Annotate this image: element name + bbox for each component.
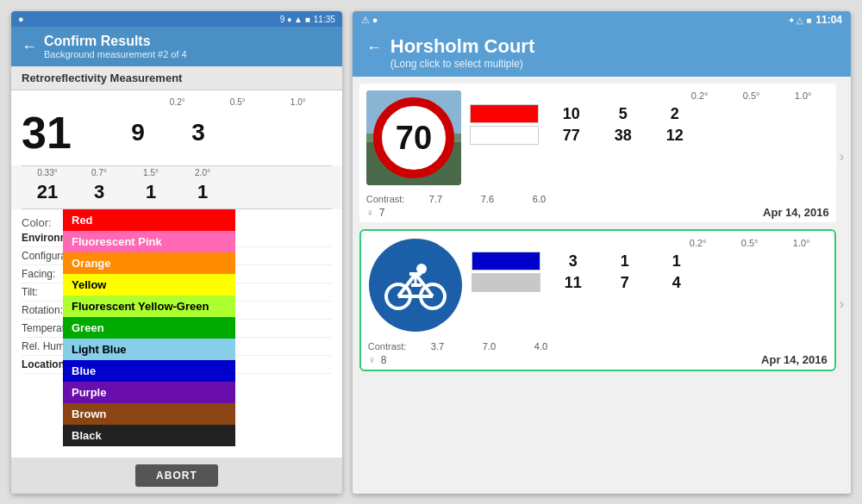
sign2-contrast-02: 3.7 [411,341,463,352]
right-panel: ⚠ ● ✦ △ ■ 11:04 ← Horsholm Court (Long c… [353,11,851,494]
page-title-right: Horsholm Court [390,35,534,58]
bike-sign-svg [368,238,463,333]
app-header-left: ← Confirm Results Background measurement… [11,27,342,66]
svg-text:70: 70 [396,120,432,156]
color-fluorescent-pink[interactable]: Fluorescent Pink [63,231,235,252]
color-purple[interactable]: Purple [63,382,235,403]
header-text-left: Confirm Results Background measurement #… [44,34,187,59]
page-title-left: Confirm Results [44,34,187,49]
back-button-right[interactable]: ← [366,39,382,57]
sign2-date: Apr 14, 2016 [761,353,828,366]
small-val-0: 21 [22,181,73,203]
chevron-right-1: › [836,84,844,229]
sign1-contrast-row: Contrast: 7.7 7.6 6.0 [366,194,829,204]
sign-data-2: 0.2° 0.5° 1.0° 3 1 1 [472,238,828,333]
sign1-date-row: ♀ 7 Apr 14, 2016 [366,206,829,219]
sign1-contrast-02: 7.7 [409,194,461,204]
sign2-grey-10: 4 [651,274,703,292]
section-title: Retroreflectivity Measurement [11,66,342,90]
pin-icon-2: ♀ [368,354,376,366]
sign2-contrast-05: 7.0 [463,341,515,352]
angle-label-02: 0.2° [147,97,208,107]
color-orange[interactable]: Orange [63,252,235,274]
sign-card-1-outer: 70 0.2° 0.5° 1.0° [359,84,844,229]
color-brown[interactable]: Brown [63,403,235,425]
sign-card-2[interactable]: 0.2° 0.5° 1.0° 3 1 1 [359,229,836,371]
sign2-count: 8 [381,354,387,366]
color-section: Color: Red Fluorescent Pink Orange Yello… [11,209,342,229]
signs-list: 70 0.2° 0.5° 1.0° [353,77,851,494]
sign1-date: Apr 14, 2016 [763,206,829,219]
sign1-red-10: 2 [649,105,701,123]
sign2-angle-10: 1.0° [776,238,828,248]
sign1-red-05: 5 [597,105,649,123]
speed-sign-svg: 70 [366,90,461,185]
sign1-swatch-red [470,104,539,123]
angle-label-10: 1.0° [268,97,328,107]
left-panel: ● 9 ♦ ▲ ■ 11:35 ← Confirm Results Backgr… [11,11,342,494]
sign2-grey-02: 11 [547,274,599,292]
side-values: 9 3 [108,119,228,146]
sign1-white-02: 77 [546,127,597,145]
angle-033: 0.33° [22,168,73,177]
svg-point-14 [416,264,427,274]
sign2-blue-02: 3 [547,252,599,271]
sign2-contrast-label: Contrast: [368,341,407,352]
angle-20: 2.0° [177,168,228,177]
sign1-color-row-1: 10 5 2 [470,104,829,123]
side-val-2: 3 [168,119,228,146]
angle-label-05: 0.5° [208,97,268,107]
page-subtitle-left: Background measurement #2 of 4 [44,49,187,59]
sign2-swatch-grey [472,273,540,292]
abort-button[interactable]: ABORT [135,464,218,487]
sign1-angle-10: 1.0° [778,90,829,101]
sign2-color-row-2: 11 7 4 [472,273,828,292]
back-button-left[interactable]: ← [22,38,37,56]
color-black[interactable]: Black [63,425,235,446]
color-green[interactable]: Green [63,317,235,339]
sign2-date-row: ♀ 8 Apr 14, 2016 [368,353,828,366]
sign2-contrast-row: Contrast: 3.7 7.0 4.0 [368,341,828,352]
sign-data-1: 0.2° 0.5° 1.0° 10 5 2 [470,90,829,185]
measurement-grid: 0.2° 0.5° 1.0° 31 9 3 [11,90,342,165]
small-val-1: 3 [73,181,125,203]
status-icons-right: ✦ △ ■ 11:04 [788,14,842,26]
sign2-angle-05: 0.5° [724,238,776,248]
status-bar-right: ⚠ ● ✦ △ ■ 11:04 [353,11,851,28]
sign1-color-row-2: 77 38 12 [470,126,829,145]
sign2-bottom: Contrast: 3.7 7.0 4.0 ♀ 8 Apr 14, 2016 [361,339,834,370]
sign1-contrast-label: Contrast: [366,194,405,204]
status-left-icons: ⚠ ● [361,15,378,26]
color-light-blue[interactable]: Light Blue [63,339,235,360]
color-dropdown[interactable]: Red Fluorescent Pink Orange Yellow Fluor… [63,209,235,446]
sign2-contrast-10: 4.0 [515,341,566,352]
color-red[interactable]: Red [63,209,235,231]
sign-card-1[interactable]: 70 0.2° 0.5° 1.0° [359,84,836,222]
side-val-1: 9 [108,119,168,146]
color-label: Color: [22,213,52,229]
main-value: 31 [22,107,108,159]
sign1-red-02: 10 [546,105,597,123]
status-icons-left: 9 ♦ ▲ ■ 11:35 [280,15,335,24]
color-fluor-yellow-green[interactable]: Fluorescent Yellow-Green [63,296,235,317]
sign2-grey-05: 7 [599,274,651,292]
sign1-bottom: Contrast: 7.7 7.6 6.0 ♀ 7 Apr 14, 2016 [359,192,836,222]
sign-card-2-outer: 0.2° 0.5° 1.0° 3 1 1 [359,229,844,378]
sign2-swatch-blue [472,252,540,271]
sign2-blue-10: 1 [651,252,703,271]
sign-image-1: 70 [366,90,461,185]
angle-labels-row2: 0.33° 0.7° 1.5° 2.0° [11,166,342,179]
chevron-right-2: › [836,229,844,378]
header-text-right: Horsholm Court (Long click to select mul… [390,35,534,70]
angle-15: 1.5° [125,168,177,177]
page-subtitle-right: (Long click to select multiple) [390,58,534,70]
small-val-2: 1 [125,181,177,203]
sign2-blue-05: 1 [599,252,651,271]
sign-image-2 [368,238,463,333]
angle-labels-row1: 0.2° 0.5° 1.0° [22,97,332,107]
sign2-angle-02: 0.2° [672,238,724,248]
color-yellow[interactable]: Yellow [63,274,235,296]
sign1-white-10: 12 [649,127,701,145]
sign2-color-row-1: 3 1 1 [472,252,828,271]
color-blue[interactable]: Blue [63,360,235,382]
